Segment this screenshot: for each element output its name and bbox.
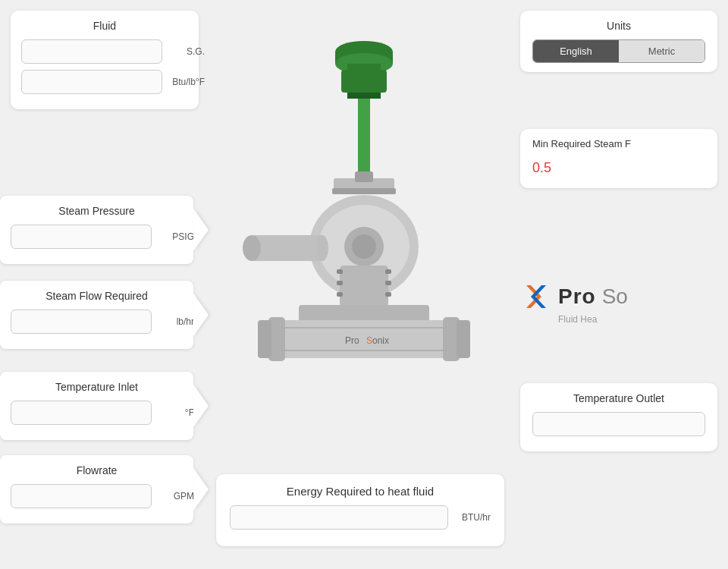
- svg-rect-19: [337, 281, 343, 285]
- temp-outlet-card: Temperature Outlet: [520, 383, 717, 451]
- steam-pressure-row: PSIG: [11, 225, 183, 249]
- energy-card-title: Energy Required to heat fluid: [230, 485, 491, 498]
- flowrate-title: Flowrate: [11, 464, 183, 476]
- svg-text:S: S: [366, 335, 372, 346]
- valve-illustration: Pro S onix: [205, 0, 523, 470]
- steam-flow-card: Steam Flow Required lb/hr: [0, 281, 193, 349]
- svg-rect-22: [385, 292, 391, 297]
- temp-outlet-input[interactable]: [532, 412, 705, 436]
- svg-rect-21: [337, 292, 343, 297]
- metric-button[interactable]: Metric: [619, 40, 704, 62]
- steam-flow-row: lb/hr: [11, 310, 183, 334]
- min-steam-req-value: 0.5: [532, 157, 705, 179]
- logo-subtitle: Fluid Hea: [558, 314, 597, 325]
- english-button[interactable]: English: [533, 40, 619, 62]
- fluid-card-title: Fluid: [21, 20, 188, 32]
- logo-pro-text: Pro: [558, 284, 596, 309]
- steam-pressure-card: Steam Pressure PSIG: [0, 196, 193, 264]
- svg-text:Pro: Pro: [345, 335, 359, 346]
- steam-pressure-input[interactable]: [11, 225, 152, 249]
- temp-outlet-row: [532, 412, 705, 436]
- steam-flow-input[interactable]: [11, 310, 152, 334]
- logo-row: ProSo: [520, 281, 628, 313]
- units-title: Units: [532, 20, 705, 32]
- svg-point-13: [316, 235, 328, 261]
- temp-inlet-title: Temperature Inlet: [11, 381, 183, 393]
- svg-rect-16: [340, 266, 388, 307]
- sg-row: S.G.: [21, 39, 188, 64]
- logo-so-text: So: [602, 284, 628, 309]
- svg-rect-8: [332, 188, 396, 194]
- energy-input[interactable]: [230, 505, 448, 530]
- btu-row: Btu/lb°F: [21, 70, 188, 94]
- flowrate-card: Flowrate GPM: [0, 455, 193, 523]
- units-card: Units English Metric: [520, 11, 717, 72]
- btu-input[interactable]: [21, 70, 162, 94]
- flowrate-input[interactable]: [11, 484, 152, 508]
- temp-inlet-card: Temperature Inlet °F: [0, 372, 193, 440]
- btu-unit: Btu/lb°F: [167, 77, 205, 87]
- temp-inlet-input[interactable]: [11, 401, 152, 425]
- svg-rect-20: [385, 281, 391, 285]
- svg-rect-34: [355, 171, 373, 182]
- svg-rect-4: [341, 70, 387, 93]
- units-toggle-group: English Metric: [532, 39, 705, 63]
- steam-flow-title: Steam Flow Required: [11, 290, 183, 302]
- svg-rect-17: [337, 269, 343, 274]
- svg-rect-3: [347, 64, 381, 70]
- steam-pressure-unit: PSIG: [156, 231, 194, 242]
- svg-point-12: [243, 235, 261, 261]
- svg-rect-24: [281, 320, 447, 358]
- svg-rect-6: [358, 99, 370, 182]
- energy-unit: BTU/hr: [453, 512, 491, 523]
- min-steam-req-title: Min Required Steam F: [532, 138, 705, 149]
- temp-outlet-title: Temperature Outlet: [532, 392, 705, 404]
- svg-point-15: [352, 234, 376, 259]
- svg-rect-11: [250, 235, 325, 261]
- valve-svg: Pro S onix: [235, 23, 493, 448]
- svg-rect-5: [347, 93, 381, 99]
- min-steam-req-card: Min Required Steam F 0.5: [520, 129, 717, 188]
- prosonix-logo-icon: [520, 281, 552, 313]
- sg-unit: S.G.: [167, 46, 205, 57]
- svg-text:onix: onix: [372, 335, 389, 346]
- temp-inlet-row: °F: [11, 401, 183, 425]
- flowrate-unit: GPM: [156, 491, 194, 501]
- energy-card: Energy Required to heat fluid BTU/hr: [216, 474, 504, 546]
- sg-input[interactable]: [21, 39, 162, 64]
- fluid-card: Fluid S.G. Btu/lb°F: [11, 11, 199, 109]
- flowrate-row: GPM: [11, 484, 183, 508]
- temp-inlet-unit: °F: [156, 407, 194, 418]
- logo-area: ProSo Fluid Hea: [520, 281, 717, 325]
- svg-rect-28: [457, 320, 470, 358]
- svg-rect-18: [385, 269, 391, 274]
- steam-pressure-title: Steam Pressure: [11, 205, 183, 217]
- steam-flow-unit: lb/hr: [156, 316, 194, 327]
- energy-row: BTU/hr: [230, 505, 491, 530]
- svg-rect-26: [258, 320, 271, 358]
